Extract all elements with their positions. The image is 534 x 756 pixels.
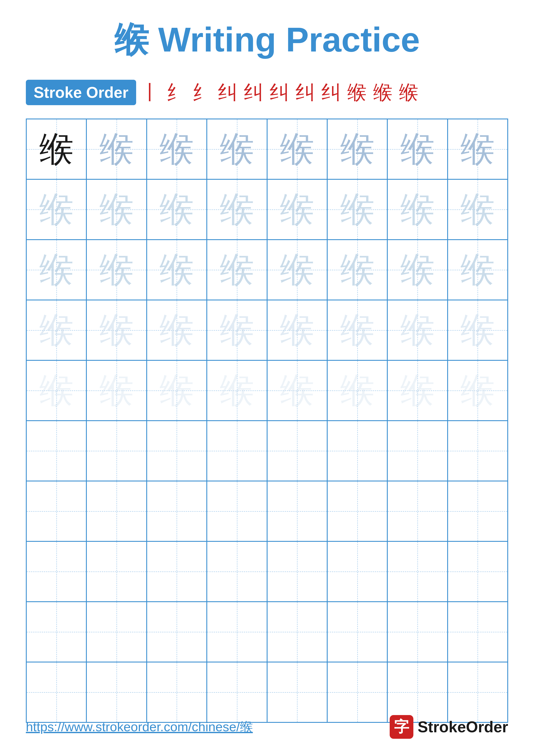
grid-cell[interactable] bbox=[447, 602, 508, 662]
grid-cell[interactable]: 缑 bbox=[387, 240, 447, 300]
grid-cell[interactable]: 缑 bbox=[207, 119, 267, 179]
practice-char: 缑 bbox=[460, 373, 495, 408]
grid-cell[interactable]: 缑 bbox=[26, 179, 87, 240]
grid-cell[interactable]: 缑 bbox=[267, 240, 327, 300]
grid-cell[interactable]: 缑 bbox=[87, 240, 146, 300]
grid-row-6 bbox=[26, 421, 508, 481]
footer-url[interactable]: https://www.strokeorder.com/chinese/缑 bbox=[26, 718, 253, 736]
grid-cell[interactable] bbox=[87, 481, 146, 541]
practice-char: 缑 bbox=[159, 192, 194, 227]
grid-cell[interactable] bbox=[207, 481, 267, 541]
practice-char: 缑 bbox=[340, 253, 375, 287]
grid-cell[interactable] bbox=[87, 421, 146, 481]
grid-cell[interactable]: 缑 bbox=[387, 300, 447, 360]
grid-cell[interactable]: 缑 bbox=[147, 119, 207, 179]
grid-row-10 bbox=[26, 662, 508, 722]
grid-cell[interactable] bbox=[387, 662, 447, 722]
grid-cell[interactable]: 缑 bbox=[267, 179, 327, 240]
grid-cell[interactable]: 缑 bbox=[447, 360, 508, 421]
grid-cell[interactable] bbox=[327, 481, 387, 541]
grid-cell[interactable] bbox=[207, 421, 267, 481]
grid-cell[interactable]: 缑 bbox=[327, 300, 387, 360]
grid-cell[interactable] bbox=[147, 421, 207, 481]
grid-cell[interactable]: 缑 bbox=[207, 179, 267, 240]
grid-cell[interactable]: 缑 bbox=[327, 119, 387, 179]
grid-cell[interactable]: 缑 bbox=[447, 240, 508, 300]
stroke-8: 纠 bbox=[321, 79, 341, 106]
grid-cell[interactable]: 缑 bbox=[447, 119, 508, 179]
grid-cell[interactable] bbox=[26, 662, 87, 722]
grid-cell[interactable]: 缑 bbox=[387, 360, 447, 421]
grid-cell[interactable] bbox=[267, 481, 327, 541]
grid-cell[interactable]: 缑 bbox=[26, 360, 87, 421]
grid-cell[interactable]: 缑 bbox=[447, 179, 508, 240]
grid-cell[interactable] bbox=[207, 541, 267, 602]
grid-cell[interactable]: 缑 bbox=[147, 360, 207, 421]
grid-cell[interactable] bbox=[147, 662, 207, 722]
grid-cell[interactable] bbox=[147, 541, 207, 602]
grid-cell[interactable] bbox=[447, 662, 508, 722]
grid-cell[interactable]: 缑 bbox=[147, 179, 207, 240]
grid-cell[interactable]: 缑 bbox=[87, 360, 146, 421]
grid-cell[interactable] bbox=[327, 421, 387, 481]
grid-cell[interactable]: 缑 bbox=[327, 240, 387, 300]
grid-cell[interactable]: 缑 bbox=[267, 300, 327, 360]
grid-cell[interactable]: 缑 bbox=[207, 240, 267, 300]
grid-cell[interactable]: 缑 bbox=[147, 240, 207, 300]
grid-cell[interactable] bbox=[267, 662, 327, 722]
grid-cell[interactable]: 缑 bbox=[87, 179, 146, 240]
grid-cell[interactable] bbox=[267, 541, 327, 602]
grid-cell[interactable]: 缑 bbox=[26, 240, 87, 300]
grid-row-3: 缑 缑 缑 缑 缑 缑 缑 缑 bbox=[26, 240, 508, 300]
grid-cell[interactable] bbox=[26, 541, 87, 602]
grid-cell[interactable] bbox=[26, 481, 87, 541]
grid-cell[interactable] bbox=[87, 541, 146, 602]
grid-cell[interactable]: 缑 bbox=[207, 360, 267, 421]
grid-cell[interactable]: 缑 bbox=[387, 179, 447, 240]
grid-cell[interactable] bbox=[267, 421, 327, 481]
grid-cell[interactable] bbox=[387, 421, 447, 481]
grid-cell[interactable] bbox=[387, 541, 447, 602]
grid-cell[interactable] bbox=[267, 602, 327, 662]
grid-cell[interactable]: 缑 bbox=[207, 300, 267, 360]
practice-char: 缑 bbox=[460, 132, 495, 166]
grid-cell[interactable] bbox=[327, 662, 387, 722]
title-text: Writing Practice bbox=[149, 20, 420, 59]
grid-cell[interactable]: 缑 bbox=[327, 179, 387, 240]
practice-char: 缑 bbox=[460, 313, 495, 347]
grid-cell[interactable]: 缑 bbox=[447, 300, 508, 360]
grid-cell[interactable]: 缑 bbox=[267, 360, 327, 421]
grid-cell[interactable]: 缑 bbox=[147, 300, 207, 360]
grid-cell[interactable] bbox=[327, 541, 387, 602]
practice-grid: 缑 缑 缑 缑 缑 缑 缑 缑 缑 缑 缑 缑 缑 缑 缑 缑 缑 缑 缑 缑 … bbox=[26, 119, 508, 723]
practice-char: 缑 bbox=[400, 132, 435, 166]
grid-cell[interactable]: 缑 bbox=[87, 300, 146, 360]
grid-cell[interactable] bbox=[26, 602, 87, 662]
practice-char: 缑 bbox=[220, 373, 254, 408]
grid-cell[interactable] bbox=[147, 481, 207, 541]
practice-char: 缑 bbox=[460, 192, 495, 227]
grid-cell[interactable] bbox=[207, 662, 267, 722]
practice-char: 缑 bbox=[280, 192, 314, 227]
grid-cell[interactable]: 缑 bbox=[387, 119, 447, 179]
practice-char: 缑 bbox=[159, 313, 194, 347]
stroke-9: 缑 bbox=[347, 79, 367, 106]
grid-cell[interactable] bbox=[87, 602, 146, 662]
grid-cell[interactable] bbox=[387, 481, 447, 541]
grid-cell[interactable] bbox=[447, 541, 508, 602]
grid-cell[interactable]: 缑 bbox=[327, 360, 387, 421]
grid-cell[interactable]: 缑 bbox=[26, 300, 87, 360]
grid-cell[interactable]: 缑 bbox=[267, 119, 327, 179]
grid-cell[interactable] bbox=[26, 421, 87, 481]
grid-cell[interactable]: 缑 bbox=[26, 119, 87, 179]
grid-cell[interactable] bbox=[447, 421, 508, 481]
grid-row-8 bbox=[26, 541, 508, 602]
grid-cell[interactable] bbox=[387, 602, 447, 662]
grid-cell[interactable] bbox=[87, 662, 146, 722]
grid-cell[interactable] bbox=[327, 602, 387, 662]
grid-cell[interactable] bbox=[447, 481, 508, 541]
footer-logo: 字 StrokeOrder bbox=[390, 715, 508, 739]
grid-cell[interactable] bbox=[147, 602, 207, 662]
grid-cell[interactable] bbox=[207, 602, 267, 662]
grid-cell[interactable]: 缑 bbox=[87, 119, 146, 179]
